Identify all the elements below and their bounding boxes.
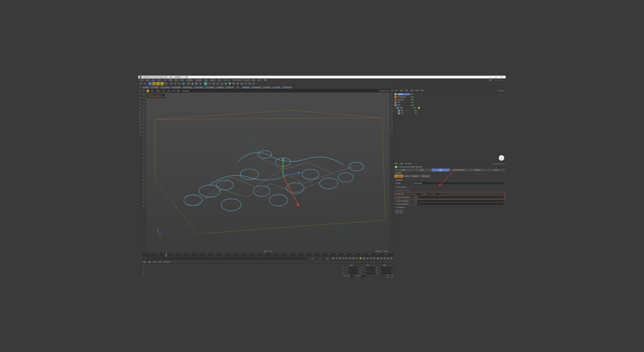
vp-icon-11[interactable] [142,127,145,130]
locked-workplane-icon[interactable] [139,134,142,137]
layout-dropdown[interactable]: 启动 (用户) ▾ [493,79,505,81]
palette-cube-field[interactable]: 立方体域 [160,86,170,89]
vp-menu-camera[interactable]: 摄像机 [156,90,160,92]
vp-icon-12[interactable] [142,130,145,134]
timeline-range-slider[interactable] [151,257,308,259]
goto-end-button[interactable]: ⏭ [352,257,355,260]
vp-icon-26[interactable] [142,183,145,186]
vp-menu-options[interactable]: 选项 [167,90,170,92]
attr-tab-coord[interactable]: 坐标 [413,168,431,171]
coord-rot-p[interactable]: 0 °▴▾ [379,269,393,272]
attr-nav-up-icon[interactable] [495,163,497,165]
timeline-cur-frame[interactable]: 0 F [316,257,324,260]
menu-tracker[interactable]: 运动跟踪 [194,79,203,81]
render-region-button[interactable]: ▦ [191,82,194,86]
mode-model-icon[interactable] [139,93,142,96]
attr-x-restriction-dropdown[interactable]: None▾ [413,196,504,198]
mode-texture-icon[interactable] [139,96,142,100]
generator-button[interactable]: ⚗ [212,82,216,86]
palette-radial-field[interactable]: 径向域 [225,86,234,89]
coord-mode-dropdown[interactable]: 对象 (相对) [343,275,354,278]
obj-row-cloner[interactable]: ⊟ 克隆 [394,106,505,109]
scale-tool[interactable]: ⤢ [156,82,160,86]
menu-insydium[interactable]: INSYDIUM [232,79,243,81]
vp-icon-1[interactable] [142,90,145,93]
vp-icon-29[interactable] [142,194,145,197]
attr-limit-positions-checkbox[interactable] [413,186,415,188]
vp-icon-4[interactable] [142,101,145,104]
attr-subtab-otherdata[interactable]: Other Data [420,175,431,178]
obj-menu-edit[interactable]: 编辑 [400,90,403,92]
vp-icon-20[interactable] [142,160,145,164]
obj-row-torus[interactable]: 圆环 [394,109,505,112]
obj-menu-bookmarks[interactable]: 书签 [421,90,424,92]
palette-menu-icon[interactable] [139,86,141,89]
obj-eye-icon[interactable] [503,90,505,92]
coord-size-z[interactable]: 0 cm▴▾ [362,272,376,275]
timeline-end-frame[interactable]: 300 F [309,257,316,260]
vp-cross-icon[interactable]: ✚ [147,90,149,92]
attr-axis-limit-1[interactable]: 0 %▴▾ [413,193,422,195]
mode-edge-icon[interactable] [139,107,142,110]
vp-icon-15[interactable] [142,142,145,145]
menu-mograph[interactable]: 运动图形 [185,79,194,81]
cube-primitive-button[interactable]: ▣ [204,82,208,86]
vprt-icon-5[interactable] [390,103,393,106]
vp-icon-3[interactable] [142,97,145,100]
btm-tab-create[interactable]: 创建 [143,261,146,263]
vp-icon-2[interactable] [142,93,145,97]
attr-axis-limit-2[interactable]: 100 %▴▾ [423,193,431,195]
attr-new-icon[interactable] [503,163,505,165]
axis-y-button[interactable]: Y [173,82,177,86]
vprt-icon-9[interactable] [390,117,393,120]
prev-frame-button[interactable]: ◀ [338,257,342,260]
minimize-button[interactable]: — [487,76,493,78]
render-settings-button[interactable]: ⚙ [199,82,203,86]
btm-tab-cycles4d[interactable]: Cycles 4D [163,261,171,263]
menu-plugins[interactable]: 插件 [216,79,222,81]
attr-z-restriction-dropdown[interactable]: None▾ [413,203,505,205]
render-pv-button[interactable]: 🎞 [195,82,198,86]
menu-script[interactable]: 脚本 [251,79,257,81]
axis-x-button[interactable]: X [169,82,173,86]
obj-menu-object[interactable]: 对象 [410,90,414,92]
attr-subtab-general[interactable]: General [394,175,403,178]
vp-icon-7[interactable] [142,112,145,115]
select-tool[interactable]: ↖ [148,82,152,86]
obj-search-icon[interactable] [498,90,500,92]
attr-mode-dropdown[interactable]: Independent▾ [413,182,505,184]
attr-menu-userdata[interactable]: 用户数据 [405,163,411,165]
menu-redshift[interactable]: Redshift [242,79,251,81]
palette-linear-field[interactable]: 线性域 [216,86,225,89]
vp-icon-21[interactable] [142,164,145,167]
vprt-icon-1[interactable] [390,90,393,93]
palette-cylinder-field[interactable]: 圆柱体域 [171,86,181,89]
palette-random-field[interactable]: 随机域 [242,86,251,89]
timeline-start-frame[interactable]: 0 F [142,257,150,260]
menu-realflow[interactable]: RealFlow [222,79,232,81]
vp-icon-18[interactable] [142,153,145,156]
palette-shader-field[interactable]: 着色器域 [251,86,262,89]
attr-tab-object[interactable]: 对象 [431,168,450,171]
axis-lock-icon[interactable] [139,113,142,117]
vprt-icon-8[interactable] [390,113,393,117]
attr-tab-basic[interactable]: 基本 [394,168,413,171]
psr-button[interactable]: PSR [232,82,236,86]
viewport-solo-icon[interactable] [139,117,142,120]
vp-icon-27[interactable] [142,186,145,190]
coord-size-y[interactable]: 0 cm▴▾ [362,269,376,272]
vp-nav-zoom-icon[interactable] [382,90,384,92]
vp-icon-13[interactable] [142,134,145,138]
rotate-tool[interactable]: ⟳ [160,82,164,86]
vp-menu-display[interactable]: 显示 [162,90,166,92]
palette-formula-field[interactable]: 公式域 [272,86,281,89]
vp-icon-6[interactable] [142,108,145,112]
light-button[interactable]: 💡 [228,82,232,86]
menu-edit[interactable]: 编辑 [145,79,150,81]
vprt-icon-6[interactable] [390,107,393,110]
menu-spline[interactable]: 样条 [173,79,179,81]
coord-pos-z[interactable]: 0 cm▴▾ [345,272,359,275]
attr-nav-fwd-icon[interactable] [498,163,500,165]
key-param-button[interactable]: ◐ [373,257,376,260]
vp-icon-28[interactable] [142,190,145,194]
